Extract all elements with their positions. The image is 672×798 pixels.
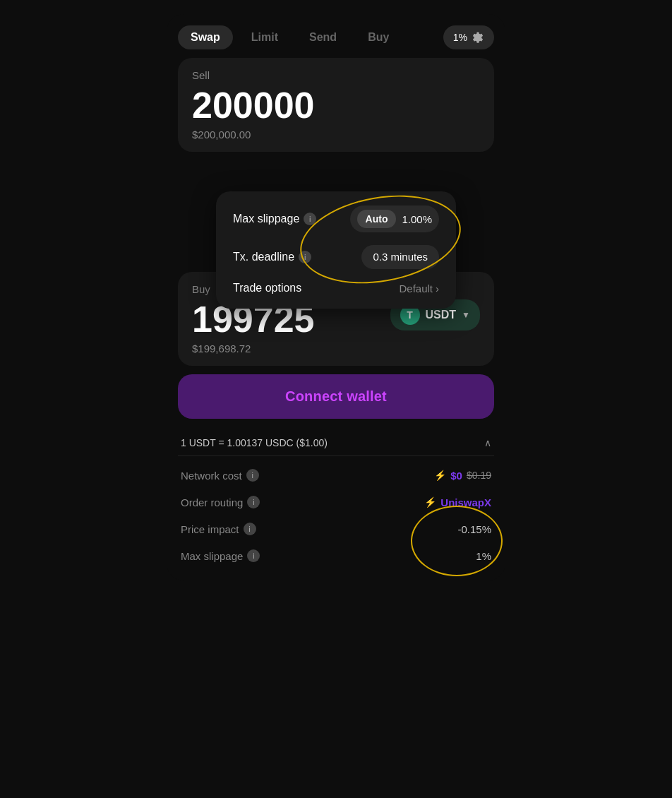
max-slippage-label: Max slippage i xyxy=(233,213,316,225)
slippage-value: 1.00% xyxy=(402,213,435,225)
price-impact-label: Price impact i xyxy=(181,523,256,535)
settings-popup: Max slippage i Auto 1.00% Tx. deadline i… xyxy=(216,191,456,309)
chevron-right-icon: › xyxy=(436,282,439,294)
deadline-control[interactable]: 0.3 minutes xyxy=(361,245,439,269)
max-slippage-row: Max slippage i Auto 1.00% xyxy=(233,206,439,232)
uniswapx-label: UniswapX xyxy=(440,496,491,508)
auto-button[interactable]: Auto xyxy=(357,210,397,228)
tx-deadline-info-icon[interactable]: i xyxy=(299,251,311,263)
tab-swap[interactable]: Swap xyxy=(178,25,233,49)
slippage-control: Auto 1.00% xyxy=(350,206,439,232)
order-routing-info-icon[interactable]: i xyxy=(247,496,260,508)
network-cost-row: Network cost i ⚡ $0 $0.19 xyxy=(178,462,494,489)
network-cost-info-icon[interactable]: i xyxy=(246,469,259,482)
rate-row: 1 USDT = 1.00137 USDC ($1.00) ∧ xyxy=(178,430,494,456)
sell-section: Sell 200000 $200,000.00 Max slippage i A… xyxy=(178,58,494,272)
token-name: USDT xyxy=(426,309,457,321)
max-slippage-detail-row: Max slippage i 1% xyxy=(178,542,494,569)
sell-label: Sell xyxy=(192,69,480,81)
order-routing-row: Order routing i ⚡ UniswapX xyxy=(178,489,494,516)
tx-deadline-label: Tx. deadline i xyxy=(233,251,311,263)
order-routing-value: ⚡ UniswapX xyxy=(424,496,491,508)
collapse-icon[interactable]: ∧ xyxy=(484,437,491,448)
trade-options-label: Trade options xyxy=(233,282,301,294)
annotation-circle-1 xyxy=(293,184,467,295)
token-chevron-down-icon: ▼ xyxy=(462,310,470,320)
sell-box: Sell 200000 $200,000.00 xyxy=(178,58,494,152)
trade-options-row: Trade options Default › xyxy=(233,282,439,294)
sell-amount: 200000 xyxy=(192,85,480,126)
sell-usd: $200,000.00 xyxy=(192,129,480,141)
max-slippage-detail-info-icon[interactable]: i xyxy=(247,549,260,562)
tx-deadline-row: Tx. deadline i 0.3 minutes xyxy=(233,245,439,269)
network-cost-free: $0 xyxy=(450,470,462,482)
max-slippage-info-icon[interactable]: i xyxy=(304,213,316,225)
max-slippage-detail-label: Max slippage i xyxy=(181,549,260,562)
price-impact-info-icon[interactable]: i xyxy=(244,523,256,535)
lightning-icon-network: ⚡ xyxy=(434,470,446,481)
lightning-icon-routing: ⚡ xyxy=(424,496,436,508)
tab-send[interactable]: Send xyxy=(296,25,349,49)
nav-bar: Swap Limit Send Buy 1% xyxy=(178,25,494,49)
order-routing-label: Order routing i xyxy=(181,496,260,508)
network-cost-old: $0.19 xyxy=(467,470,491,481)
network-cost-label: Network cost i xyxy=(181,469,259,482)
trade-options-default[interactable]: Default › xyxy=(399,282,439,294)
app-container: Swap Limit Send Buy 1% Sell 200000 $200,… xyxy=(167,14,505,580)
rate-text: 1 USDT = 1.00137 USDC ($1.00) xyxy=(181,437,328,448)
buy-usd: $199,698.72 xyxy=(192,343,315,355)
settings-button[interactable]: 1% xyxy=(443,25,494,49)
network-cost-value: ⚡ $0 $0.19 xyxy=(434,470,491,482)
deadline-value: 0.3 minutes xyxy=(373,251,428,263)
max-slippage-detail-value: 1% xyxy=(476,550,491,562)
tab-limit[interactable]: Limit xyxy=(239,25,291,49)
settings-percent-label: 1% xyxy=(453,32,467,43)
price-impact-row: Price impact i -0.15% xyxy=(178,516,494,542)
details-section: Network cost i ⚡ $0 $0.19 Order routing … xyxy=(178,462,494,569)
tab-buy[interactable]: Buy xyxy=(355,25,402,49)
price-impact-value: -0.15% xyxy=(457,523,491,535)
gear-icon xyxy=(472,31,484,44)
connect-wallet-button[interactable]: Connect wallet xyxy=(178,374,494,419)
